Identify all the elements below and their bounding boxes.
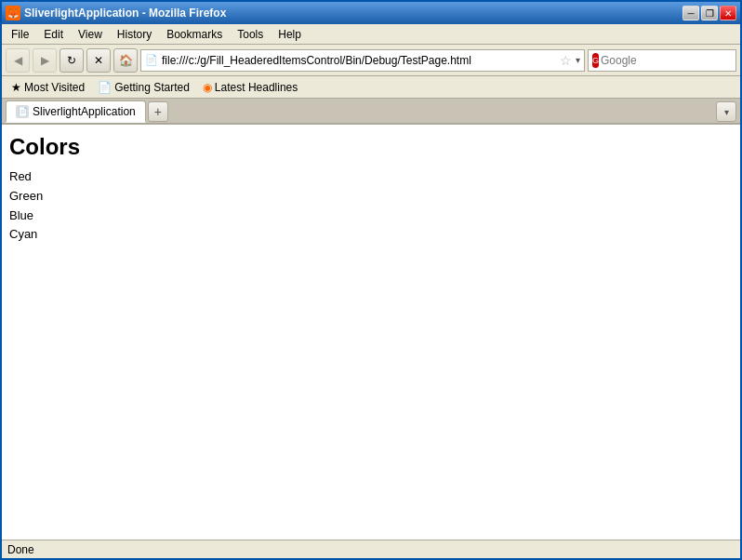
home-button[interactable]: 🏠 xyxy=(113,48,138,73)
restore-button[interactable]: ❐ xyxy=(701,6,718,20)
new-tab-button[interactable]: + xyxy=(148,101,168,122)
color-item-cyan: Cyan xyxy=(9,225,733,245)
color-item-red: Red xyxy=(9,167,733,187)
reload-button[interactable]: ↻ xyxy=(60,48,84,73)
menu-file[interactable]: File xyxy=(6,26,34,43)
browser-window: 🦊 SliverlightApplication - Mozilla Firef… xyxy=(0,0,742,560)
page-heading: Colors xyxy=(9,134,733,160)
bookmark-getting-started-label: Getting Started xyxy=(114,81,190,94)
minimize-button[interactable]: ─ xyxy=(682,6,699,20)
page-content: Colors Red Green Blue Cyan xyxy=(2,125,740,540)
tab-bar: 📄 SliverlightApplication + ▾ xyxy=(2,99,740,125)
bookmark-star-icon[interactable]: ☆ xyxy=(560,53,572,68)
address-dropdown-icon[interactable]: ▾ xyxy=(576,55,580,65)
tab-0-label: SliverlightApplication xyxy=(33,105,136,118)
menu-bookmarks[interactable]: Bookmarks xyxy=(161,26,228,43)
color-item-blue: Blue xyxy=(9,207,733,226)
title-bar: 🦊 SliverlightApplication - Mozilla Firef… xyxy=(2,2,740,24)
menu-help[interactable]: Help xyxy=(272,26,307,43)
google-icon: G xyxy=(592,53,599,68)
menu-history[interactable]: History xyxy=(112,26,157,43)
nav-toolbar: ◀ ▶ ↻ ✕ 🏠 📄 ☆ ▾ G 🔍 xyxy=(2,45,740,76)
stop-button[interactable]: ✕ xyxy=(86,48,111,73)
window-controls: ─ ❐ ✕ xyxy=(682,6,736,20)
tab-page-icon: 📄 xyxy=(16,105,29,118)
status-text: Done xyxy=(7,543,720,556)
page-icon: 📄 xyxy=(98,81,112,94)
search-input[interactable] xyxy=(601,54,740,67)
status-bar: Done xyxy=(2,540,740,558)
page-icon: 📄 xyxy=(145,54,158,66)
menu-bar: File Edit View History Bookmarks Tools H… xyxy=(2,24,740,45)
menu-edit[interactable]: Edit xyxy=(38,26,69,43)
bookmark-latest-headlines[interactable]: ◉ Latest Headlines xyxy=(199,79,301,96)
close-button[interactable]: ✕ xyxy=(720,6,736,20)
bookmark-getting-started[interactable]: 📄 Getting Started xyxy=(94,79,193,96)
tab-0[interactable]: 📄 SliverlightApplication xyxy=(6,100,146,123)
star-icon: ★ xyxy=(11,81,21,94)
address-input[interactable] xyxy=(162,54,556,67)
menu-tools[interactable]: Tools xyxy=(232,26,269,43)
back-button[interactable]: ◀ xyxy=(6,48,30,73)
bookmarks-bar: ★ Most Visited 📄 Getting Started ◉ Lates… xyxy=(2,76,740,99)
forward-button[interactable]: ▶ xyxy=(33,48,57,73)
address-bar: 📄 ☆ ▾ xyxy=(140,49,585,72)
firefox-icon: 🦊 xyxy=(6,6,20,20)
bookmark-most-visited[interactable]: ★ Most Visited xyxy=(7,79,88,96)
window-title: SliverlightApplication - Mozilla Firefox xyxy=(24,7,226,20)
resize-grip[interactable] xyxy=(720,542,735,557)
tab-dropdown-button[interactable]: ▾ xyxy=(716,101,736,122)
bookmark-most-visited-label: Most Visited xyxy=(24,81,85,94)
menu-view[interactable]: View xyxy=(73,26,108,43)
bookmark-latest-headlines-label: Latest Headlines xyxy=(215,81,298,94)
title-bar-left: 🦊 SliverlightApplication - Mozilla Firef… xyxy=(6,6,226,20)
color-item-green: Green xyxy=(9,187,733,207)
rss-icon: ◉ xyxy=(203,81,212,94)
search-bar: G 🔍 xyxy=(588,49,736,72)
